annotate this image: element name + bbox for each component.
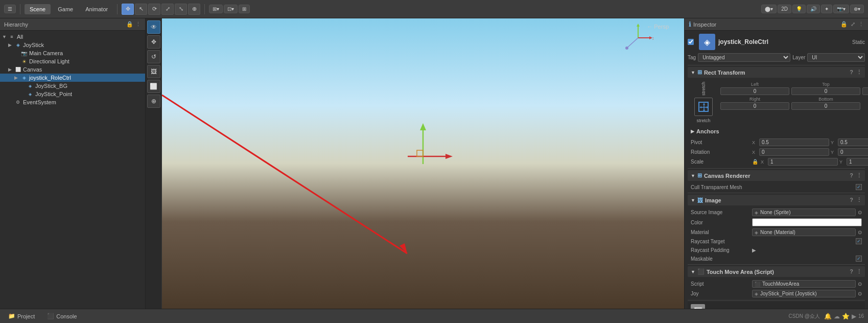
maskable-check[interactable]: ✓: [856, 256, 862, 262]
light-btn[interactable]: 💡: [792, 5, 806, 13]
scale-row: Scale 🔒 X Y Z: [688, 157, 865, 167]
side-tool-rect[interactable]: ⬜: [147, 80, 160, 93]
section-canvas-renderer[interactable]: ▼ ⊞ Canvas Renderer ? ⋮: [688, 170, 865, 181]
pivot-x-input[interactable]: [759, 139, 829, 146]
side-tool-rotate[interactable]: ↺: [147, 50, 160, 63]
joy-value[interactable]: ◈ JoyStick_Point (Joystick): [752, 290, 856, 297]
pivot-btn[interactable]: ⊞: [239, 5, 250, 13]
script-icon: ⬛: [755, 282, 760, 287]
gizmos-btn[interactable]: ⊕▾: [850, 5, 864, 13]
audio-btn[interactable]: 🔊: [807, 5, 820, 13]
side-tool-eye[interactable]: 👁: [147, 20, 160, 34]
sf-input-right[interactable]: [720, 102, 789, 110]
svg-marker-13: [445, 154, 453, 159]
rt-menu-icon[interactable]: ⋮: [856, 69, 862, 76]
tma-title: Touch Move Area (Script): [707, 269, 774, 275]
hierarchy-toggle[interactable]: ☰: [4, 5, 16, 13]
source-image-select-btn[interactable]: ⊙: [858, 210, 862, 215]
scale-x-input[interactable]: [768, 158, 838, 166]
img-info-icon[interactable]: ?: [850, 197, 853, 203]
tab-console[interactable]: ⬛ Console: [43, 311, 81, 321]
color-swatch[interactable]: [752, 218, 862, 226]
layer-select[interactable]: UI: [807, 53, 865, 62]
stretch-fields: Left Top Pos Z: [720, 82, 868, 123]
2d-btn[interactable]: 2D: [778, 5, 791, 13]
script-value[interactable]: ⬛ TouchMoveArea: [752, 280, 856, 288]
img-menu-icon[interactable]: ⋮: [856, 197, 862, 203]
tool-btn-hand[interactable]: ✥: [122, 4, 134, 15]
side-tool-image[interactable]: 🖼: [147, 65, 160, 78]
tool-btn-select[interactable]: ↖: [135, 4, 147, 15]
grid-btn[interactable]: ⊞▾: [209, 5, 223, 13]
hierarchy-item-joystick[interactable]: ▶ ◈ JoyStick: [0, 41, 145, 49]
cr-info-icon[interactable]: ?: [850, 172, 853, 179]
tool-btn-rotate[interactable]: ⟳: [148, 4, 160, 15]
tool-btn-rect[interactable]: ⤡: [175, 4, 187, 15]
tab-game[interactable]: Game: [53, 4, 78, 14]
rt-info-icon[interactable]: ?: [850, 69, 853, 76]
pivot-y-axis: Y: [831, 140, 837, 145]
hierarchy-item-canvas[interactable]: ▶ ⬜ Canvas: [0, 65, 145, 74]
section-touch-move-area[interactable]: ▼ ⬛ Touch Move Area (Script) ? ⋮: [688, 266, 865, 277]
tma-info-icon[interactable]: ?: [850, 268, 853, 275]
tab-animator[interactable]: Animator: [80, 4, 113, 14]
divider-inspector-3: [688, 193, 865, 193]
side-tool-move[interactable]: ✥: [147, 35, 160, 49]
cull-transparent-check[interactable]: ✓: [856, 184, 862, 190]
sf-header-posz: Pos Z: [862, 82, 868, 87]
cr-menu-icon[interactable]: ⋮: [856, 172, 862, 179]
sf-input-posz[interactable]: [862, 87, 868, 95]
source-image-value[interactable]: ◈ None (Sprite): [752, 209, 856, 216]
tab-scene[interactable]: Scene: [25, 4, 51, 14]
inspector-maximize-icon[interactable]: ⤢: [851, 21, 855, 28]
camera-btn[interactable]: 📷▾: [833, 5, 849, 13]
fx-btn[interactable]: ✦: [821, 5, 832, 13]
tag-select[interactable]: Untagged: [698, 53, 790, 62]
script-select-btn[interactable]: ⊙: [858, 281, 862, 287]
side-tool-anchor[interactable]: ⊕: [147, 95, 160, 108]
hierarchy-menu-icon[interactable]: ⋮: [135, 21, 141, 28]
material-value[interactable]: ◈ None (Material): [752, 228, 856, 236]
tool-btn-scale[interactable]: ⤢: [161, 4, 174, 15]
sphere-btn[interactable]: ⬤▾: [761, 5, 777, 13]
hierarchy-item-all[interactable]: ▼ ≡ All: [0, 33, 145, 41]
tool-btn-transform[interactable]: ⊕: [188, 4, 200, 15]
tab-project[interactable]: 📁 Project: [4, 311, 39, 321]
raycast-target-check[interactable]: ✓: [856, 238, 862, 244]
pivot-y-input[interactable]: [838, 139, 868, 146]
material-select-btn[interactable]: ⊙: [858, 229, 862, 235]
rot-y-input[interactable]: [838, 148, 868, 156]
notification-icon[interactable]: 🔔: [824, 313, 832, 320]
collab-icon[interactable]: ⭐: [842, 313, 850, 320]
hierarchy-item-rolectrl[interactable]: ▶ ◈ joystick_RoleCtrl: [0, 74, 145, 82]
material-bottom-row: ⬜ Default UI Material (Material): [688, 302, 865, 309]
scene-view[interactable]: 👁 ✥ ↺ 🖼 ⬜ ⊕ ← Persp: [146, 18, 684, 309]
divider-inspector-1: [688, 65, 865, 65]
section-image[interactable]: ▼ 🖼 Image ? ⋮: [688, 195, 865, 205]
inspector-lock-icon[interactable]: 🔒: [840, 21, 848, 28]
hierarchy-item-eventsystem[interactable]: ⚙ EventSystem: [0, 98, 145, 106]
hierarchy-item-joystick-point[interactable]: ◈ JoyStick_Point: [0, 90, 145, 98]
sf-input-bottom[interactable]: [791, 102, 860, 110]
play-icon[interactable]: ▶: [852, 313, 856, 320]
rot-x-input[interactable]: [759, 148, 829, 156]
cloud-icon[interactable]: ☁: [834, 313, 840, 320]
hierarchy-lock-icon[interactable]: 🔒: [126, 21, 133, 28]
scale-y-input[interactable]: [847, 158, 868, 166]
label-joystick: JoyStick: [23, 42, 44, 48]
sf-input-left[interactable]: [720, 87, 789, 95]
sf-input-top[interactable]: [791, 87, 860, 95]
raycast-padding-expand[interactable]: ▶: [752, 247, 813, 253]
component-active-checkbox[interactable]: [688, 39, 694, 45]
tma-menu-icon[interactable]: ⋮: [856, 268, 862, 275]
inspector-menu-icon[interactable]: ⋮: [858, 21, 864, 28]
section-anchors[interactable]: ▶ Anchors: [688, 127, 865, 135]
maskable-row: Maskable ✓: [688, 255, 865, 263]
hierarchy-item-main-camera[interactable]: 📷 Main Camera: [0, 49, 145, 57]
joy-select-btn[interactable]: ⊙: [858, 291, 862, 296]
hierarchy-item-dir-light[interactable]: ☀ Directional Light: [0, 57, 145, 65]
hierarchy-item-joystick-bg[interactable]: ◈ JoyStick_BG: [0, 82, 145, 90]
section-rect-transform[interactable]: ▼ ⊞ Rect Transform ? ⋮: [688, 67, 865, 78]
anchor-box[interactable]: [694, 98, 713, 116]
snap-btn[interactable]: ⊡▾: [224, 5, 238, 13]
